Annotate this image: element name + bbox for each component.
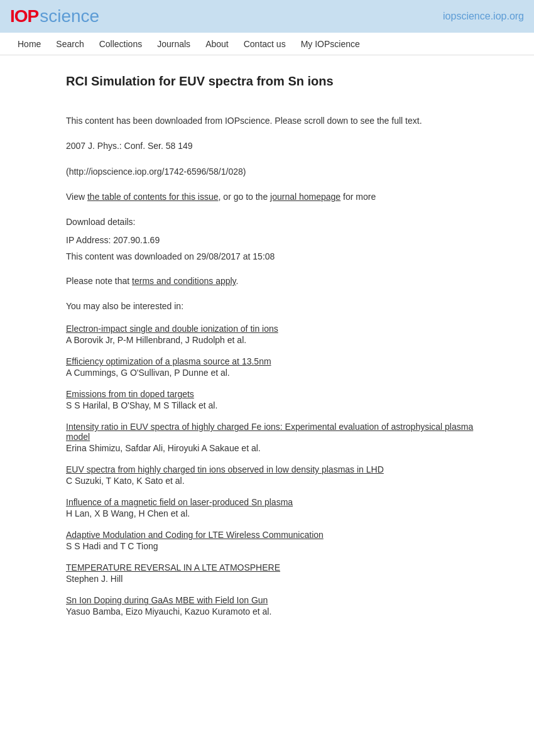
related-link-3[interactable]: Intensity ratio in EUV spectra of highly… — [66, 422, 499, 442]
citation: 2007 J. Phys.: Conf. Ser. 58 149 — [66, 139, 499, 153]
related-link-7[interactable]: TEMPERATURE REVERSAL IN A LTE ATMOSPHERE — [66, 562, 499, 572]
list-item: Efficiency optimization of a plasma sour… — [66, 356, 499, 378]
nav-collections[interactable]: Collections — [92, 34, 150, 54]
list-item: Influence of a magnetic field on laser-p… — [66, 497, 499, 518]
related-link-0[interactable]: Electron-impact single and double ioniza… — [66, 324, 499, 334]
header: IOP science iopscience.iop.org — [0, 0, 534, 33]
related-authors-2: S S Harilal, B O'Shay, M S Tillack et al… — [66, 400, 217, 410]
view-links: View the table of contents for this issu… — [66, 190, 499, 204]
site-url[interactable]: iopscience.iop.org — [443, 11, 524, 22]
download-section: Download details: IP Address: 207.90.1.6… — [66, 217, 499, 264]
list-item: Electron-impact single and double ioniza… — [66, 324, 499, 345]
list-item: Emissions from tin doped targets S S Har… — [66, 389, 499, 410]
journal-homepage-link[interactable]: journal homepage — [270, 192, 341, 202]
nav-bar: Home Search Collections Journals About C… — [0, 33, 534, 55]
intro-text: This content has been downloaded from IO… — [66, 114, 499, 128]
logo-iop: IOP — [10, 6, 38, 26]
terms-line: Please note that terms and conditions ap… — [66, 276, 499, 286]
nav-my-iopscience[interactable]: My IOPscience — [293, 34, 368, 54]
related-authors-0: A Borovik Jr, P-M Hillenbrand, J Rudolph… — [66, 335, 246, 345]
related-authors-7: Stephen J. Hill — [66, 574, 123, 584]
list-item: Adaptive Modulation and Coding for LTE W… — [66, 530, 499, 551]
related-link-1[interactable]: Efficiency optimization of a plasma sour… — [66, 356, 499, 366]
main-content: RCI Simulation for EUV spectra from Sn i… — [22, 55, 512, 653]
doi-url: (http://iopscience.iop.org/1742-6596/58/… — [66, 165, 499, 178]
list-item: TEMPERATURE REVERSAL IN A LTE ATMOSPHERE… — [66, 562, 499, 584]
related-authors-4: C Suzuki, T Kato, K Sato et al. — [66, 476, 185, 486]
related-authors-5: H Lan, X B Wang, H Chen et al. — [66, 508, 190, 518]
nav-journals[interactable]: Journals — [150, 34, 198, 54]
related-link-2[interactable]: Emissions from tin doped targets — [66, 389, 499, 399]
related-authors-8: Yasuo Bamba, Eizo Miyauchi, Kazuo Kuramo… — [66, 606, 271, 616]
related-link-4[interactable]: EUV spectra from highly charged tin ions… — [66, 464, 499, 474]
table-of-contents-link[interactable]: the table of contents for this issue — [87, 192, 219, 202]
logo-science: science — [40, 6, 99, 26]
related-authors-6: S S Hadi and T C Tiong — [66, 541, 158, 551]
list-item: Sn Ion Doping during GaAs MBE with Field… — [66, 595, 499, 616]
related-link-8[interactable]: Sn Ion Doping during GaAs MBE with Field… — [66, 595, 499, 605]
list-item: Intensity ratio in EUV spectra of highly… — [66, 422, 499, 453]
terms-link[interactable]: terms and conditions apply — [132, 276, 236, 286]
nav-search[interactable]: Search — [48, 34, 91, 54]
related-link-5[interactable]: Influence of a magnetic field on laser-p… — [66, 497, 499, 507]
nav-contact-us[interactable]: Contact us — [236, 34, 293, 54]
ip-address: IP Address: 207.90.1.69 — [66, 233, 499, 247]
nav-about[interactable]: About — [198, 34, 236, 54]
interested-title: You may also be interested in: — [66, 301, 499, 311]
logo[interactable]: IOP science — [10, 6, 99, 26]
related-authors-1: A Cummings, G O'Sullivan, P Dunne et al. — [66, 368, 230, 378]
nav-home[interactable]: Home — [10, 34, 48, 54]
related-link-6[interactable]: Adaptive Modulation and Coding for LTE W… — [66, 530, 499, 540]
download-label: Download details: — [66, 217, 499, 227]
download-date: This content was downloaded on 29/08/201… — [66, 249, 499, 263]
related-authors-3: Erina Shimizu, Safdar Ali, Hiroyuki A Sa… — [66, 443, 261, 453]
list-item: EUV spectra from highly charged tin ions… — [66, 464, 499, 486]
page-title: RCI Simulation for EUV spectra from Sn i… — [66, 74, 499, 89]
